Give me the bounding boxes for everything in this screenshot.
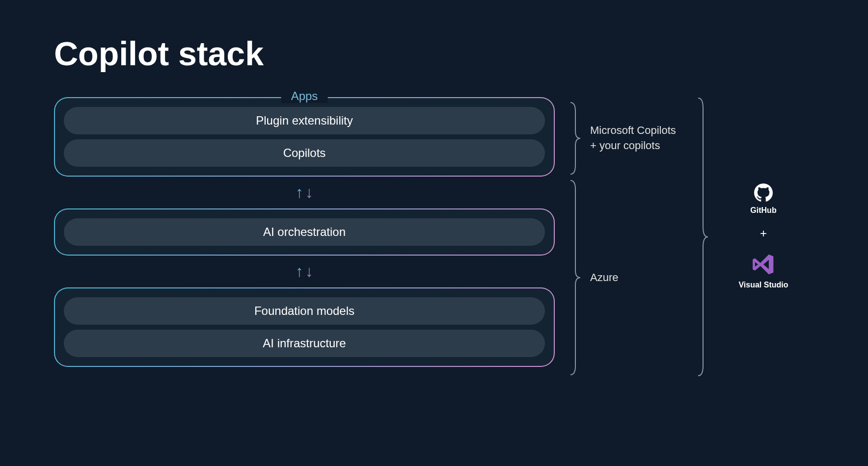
- azure-bracket-group: Azure: [570, 180, 682, 376]
- visualstudio-icon: [751, 252, 776, 277]
- tall-bracket-icon: [697, 97, 709, 377]
- visualstudio-label: Visual Studio: [738, 281, 788, 289]
- copilots-pill: Copilots: [64, 139, 545, 167]
- arrows-top: ↑ ↓: [54, 177, 555, 208]
- arrow-down-icon: ↓: [305, 183, 313, 202]
- arrow-down-icon: ↓: [305, 262, 313, 281]
- foundation-group: Foundation models AI infrastructure: [54, 287, 555, 367]
- tools-column: GitHub + Visual Studio: [707, 97, 805, 376]
- plus-sign: +: [760, 227, 767, 240]
- copilots-bracket-group: Microsoft Copilots + your copilots: [570, 97, 682, 180]
- orchestration-group: AI orchestration: [54, 208, 555, 256]
- bracket-column: Microsoft Copilots + your copilots Azure: [570, 97, 682, 376]
- stack-column: Apps Plugin extensibility Copilots ↑ ↓ A…: [54, 97, 555, 376]
- visualstudio-tool: Visual Studio: [738, 252, 788, 289]
- arrow-up-icon: ↑: [296, 262, 303, 281]
- arrow-up-icon: ↑: [296, 183, 303, 202]
- apps-group-label: Apps: [281, 89, 328, 103]
- github-label: GitHub: [750, 206, 776, 215]
- github-tool: GitHub: [750, 183, 776, 215]
- ai-orchestration-pill: AI orchestration: [64, 218, 545, 246]
- bracket-icon: [570, 180, 581, 376]
- page-title: Copilot stack: [54, 34, 814, 73]
- copilots-bracket-line1: Microsoft Copilots: [590, 124, 676, 136]
- ai-infrastructure-pill: AI infrastructure: [64, 330, 545, 357]
- apps-group: Apps Plugin extensibility Copilots: [54, 97, 555, 177]
- arrows-bottom: ↑ ↓: [54, 256, 555, 287]
- copilots-bracket-line2: + your copilots: [590, 139, 660, 152]
- bracket-icon: [570, 102, 581, 175]
- github-icon: [754, 183, 773, 202]
- main-diagram: Apps Plugin extensibility Copilots ↑ ↓ A…: [54, 97, 814, 376]
- plugin-extensibility-pill: Plugin extensibility: [64, 107, 545, 134]
- foundation-models-pill: Foundation models: [64, 297, 545, 325]
- azure-bracket-label: Azure: [590, 270, 618, 285]
- copilots-bracket-label: Microsoft Copilots + your copilots: [590, 123, 676, 154]
